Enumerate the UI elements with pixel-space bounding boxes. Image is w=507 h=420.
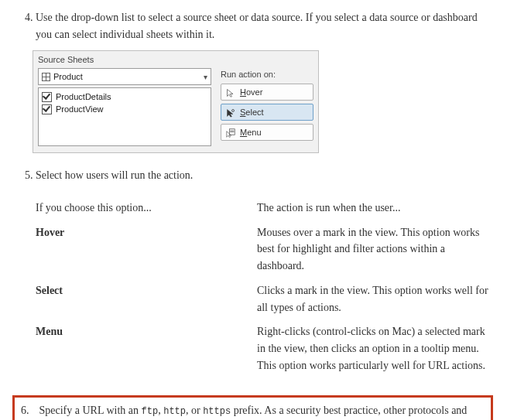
- step-6: 6. Specify a URL with an ftp, http, or h…: [36, 395, 493, 420]
- header-left: If you choose this option...: [36, 200, 257, 217]
- step-4: Use the drop-down list to select a sourc…: [36, 9, 493, 153]
- option-desc: Clicks a mark in the view. This option w…: [257, 282, 493, 316]
- table-row: Menu Right-clicks (control-clicks on Mac…: [36, 323, 493, 374]
- checkbox-icon[interactable]: [42, 92, 52, 102]
- select-icon: [226, 106, 237, 119]
- menu-icon: [226, 126, 237, 139]
- option-label: Select: [36, 282, 257, 316]
- hover-button[interactable]: Hover: [221, 84, 313, 101]
- dialog-body: Product ▾ ProductDetails ProductView: [33, 68, 318, 152]
- list-item-label: ProductDetails: [56, 90, 111, 104]
- step-5: Select how users will run the action. If…: [36, 167, 493, 381]
- list-item[interactable]: ProductView: [42, 103, 207, 115]
- chevron-down-icon: ▾: [204, 71, 207, 84]
- list-item[interactable]: ProductDetails: [42, 90, 207, 103]
- step-6-text: Specify a URL with an ftp, http, or http…: [21, 405, 467, 420]
- options-table: If you choose this option... The action …: [36, 192, 493, 381]
- step-5-text: Select how users will run the action.: [36, 167, 493, 184]
- run-action-label: Run action on:: [221, 68, 313, 81]
- svg-point-3: [232, 110, 235, 112]
- table-header-row: If you choose this option... The action …: [36, 200, 493, 217]
- code-http: http: [163, 406, 186, 417]
- group-label: Source Sheets: [33, 51, 318, 68]
- highlight-box: 6. Specify a URL with an ftp, http, or h…: [12, 395, 493, 420]
- header-right: The action is run when the user...: [257, 200, 493, 217]
- sheet-listbox[interactable]: ProductDetails ProductView: [38, 87, 211, 146]
- option-label: Menu: [36, 323, 257, 374]
- dialog-left-col: Product ▾ ProductDetails ProductView: [33, 68, 216, 152]
- code-https: https: [203, 406, 231, 417]
- list-item-label: ProductView: [56, 103, 104, 116]
- hover-icon: [226, 86, 237, 99]
- dashboard-icon: [42, 70, 50, 84]
- source-sheets-panel: Source Sheets Product ▾ ProductDetails: [33, 50, 319, 153]
- option-desc: Mouses over a mark in the view. This opt…: [257, 224, 493, 275]
- code-ftp: ftp: [142, 406, 159, 417]
- checkbox-icon[interactable]: [42, 104, 52, 114]
- option-label: Hover: [36, 224, 257, 275]
- dropdown-value: Product: [53, 70, 204, 84]
- dialog-right-col: Run action on: Hover Select: [216, 68, 318, 150]
- menu-button-label: Menu: [240, 126, 262, 139]
- step-4-text: Use the drop-down list to select a sourc…: [36, 9, 493, 43]
- table-row: Hover Mouses over a mark in the view. Th…: [36, 224, 493, 275]
- select-button-label: Select: [240, 106, 264, 119]
- menu-button[interactable]: Menu: [221, 124, 313, 141]
- option-desc: Right-clicks (control-clicks on Mac) a s…: [257, 323, 493, 374]
- table-row: Select Clicks a mark in the view. This o…: [36, 282, 493, 316]
- hover-button-label: Hover: [240, 86, 262, 99]
- select-button[interactable]: Select: [221, 104, 313, 121]
- source-sheet-dropdown[interactable]: Product ▾: [38, 68, 211, 85]
